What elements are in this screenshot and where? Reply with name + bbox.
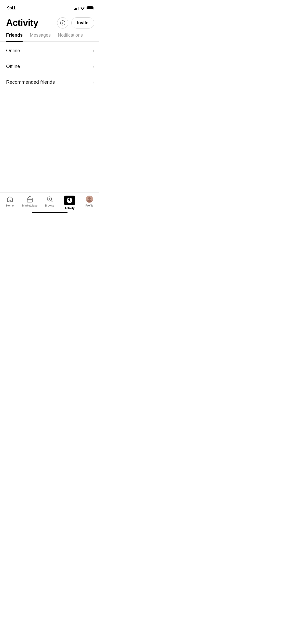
page-header: Activity Invite — [0, 13, 99, 33]
tab-bar: Friends Messages Notifications — [0, 33, 99, 42]
tab-notifications[interactable]: Notifications — [58, 33, 83, 41]
nav-label-activity: Activity — [64, 207, 75, 210]
svg-rect-3 — [27, 198, 32, 202]
bottom-nav: Home Marketplace Browse — [0, 192, 99, 215]
header-actions: Invite — [57, 17, 94, 28]
friends-list: Online › Offline › Recommended friends › — [0, 43, 99, 90]
invite-button[interactable]: Invite — [71, 17, 94, 28]
nav-label-marketplace: Marketplace — [22, 204, 37, 207]
status-icons — [74, 6, 94, 10]
home-icon — [6, 196, 13, 203]
status-bar: 9:41 — [0, 0, 99, 13]
svg-point-11 — [88, 197, 91, 200]
home-indicator — [32, 212, 67, 213]
page-title: Activity — [6, 18, 38, 28]
status-time: 9:41 — [7, 6, 16, 11]
nav-item-browse[interactable]: Browse — [42, 196, 57, 207]
tab-friends[interactable]: Friends — [6, 33, 23, 41]
nav-label-profile: Profile — [85, 204, 93, 207]
nav-label-home: Home — [6, 204, 13, 207]
list-item-online[interactable]: Online › — [0, 43, 99, 58]
nav-item-home[interactable]: Home — [2, 196, 18, 207]
wifi-icon — [80, 6, 85, 10]
marketplace-icon — [26, 196, 33, 203]
activity-icon — [64, 196, 75, 205]
tab-messages[interactable]: Messages — [30, 33, 51, 41]
chevron-right-icon: › — [93, 80, 94, 85]
chevron-right-icon: › — [93, 64, 94, 69]
nav-item-activity[interactable]: Activity — [62, 196, 77, 210]
nav-item-profile[interactable]: Profile — [82, 196, 97, 207]
nav-item-marketplace[interactable]: Marketplace — [22, 196, 37, 207]
signal-icon — [74, 6, 78, 10]
list-item-recommended[interactable]: Recommended friends › — [0, 74, 99, 90]
browse-icon — [46, 196, 53, 203]
svg-line-7 — [51, 201, 53, 202]
info-button[interactable] — [57, 17, 68, 28]
svg-point-4 — [29, 200, 29, 200]
chevron-right-icon: › — [93, 48, 94, 53]
profile-avatar — [86, 196, 93, 203]
info-icon — [60, 20, 65, 26]
nav-label-browse: Browse — [45, 204, 55, 207]
battery-icon — [87, 6, 94, 10]
list-item-offline[interactable]: Offline › — [0, 58, 99, 74]
svg-point-5 — [30, 200, 31, 200]
